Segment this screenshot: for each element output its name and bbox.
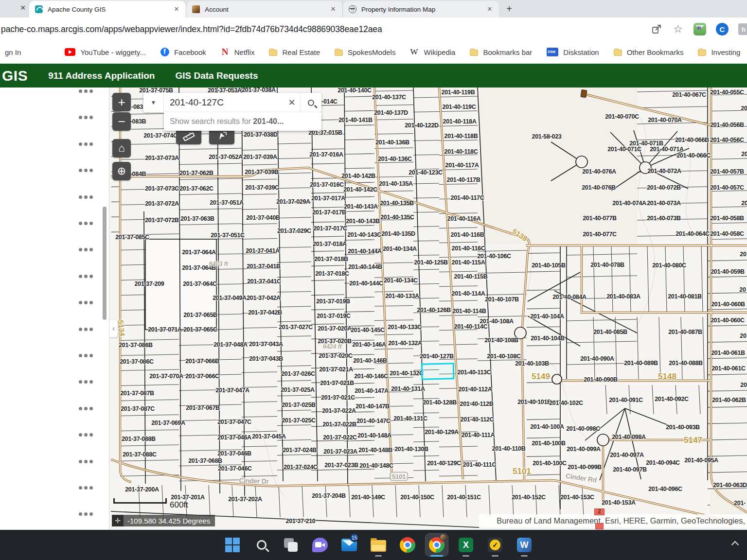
search-source-dropdown[interactable]: ▼ xyxy=(143,93,164,112)
panel-scrollbar[interactable] xyxy=(103,207,107,320)
map-marker-icon[interactable] xyxy=(595,523,604,529)
panel-row-menu-icon[interactable] xyxy=(79,169,93,172)
bookmark-label: Real Estate xyxy=(282,48,320,56)
tab-title: Property Information Map xyxy=(361,6,485,13)
panel-row-menu-icon[interactable] xyxy=(79,89,93,93)
folder-icon xyxy=(698,50,706,56)
bookmark-item[interactable]: YouTube - wiggety... xyxy=(65,48,146,56)
taskbar-chrome-icon[interactable] xyxy=(396,534,419,556)
open-window-indicator xyxy=(430,555,443,557)
panel-row-menu-icon[interactable] xyxy=(79,486,93,490)
home-extent-button[interactable]: ⌂ xyxy=(112,139,131,158)
clipped-tab-close-icon[interactable]: ✕ xyxy=(18,4,27,12)
bookmark-item[interactable]: Facebook xyxy=(160,48,206,56)
bookmark-item[interactable]: Investing xyxy=(698,48,740,56)
panel-row-menu-icon[interactable] xyxy=(79,407,93,410)
tab-title: Apache County GIS xyxy=(48,6,172,13)
folder-icon xyxy=(335,50,343,56)
browser-tab-1[interactable]: Apache County GIS✕ xyxy=(29,1,186,18)
panel-row-menu-icon[interactable] xyxy=(79,116,93,119)
panel-row-menu-icon[interactable] xyxy=(79,222,93,225)
open-window-indicator xyxy=(462,555,469,557)
photo-icon xyxy=(192,5,200,13)
taskbar-search-icon[interactable] xyxy=(250,534,273,556)
arcgis-icon xyxy=(35,5,43,13)
browser-extension-icon[interactable]: C xyxy=(716,23,729,35)
profile-avatar xyxy=(440,534,447,541)
mail-extension-icon[interactable] xyxy=(694,23,706,35)
taskbar-norton-icon[interactable]: ✓ xyxy=(484,534,506,556)
tab-close-icon[interactable]: ✕ xyxy=(172,5,181,14)
menu-gis-data-requests[interactable]: GIS Data Requests xyxy=(175,70,258,81)
attribute-panel xyxy=(0,88,109,530)
panel-row-menu-icon[interactable] xyxy=(79,460,93,463)
bookmark-item[interactable]: Other Bookmarks xyxy=(614,48,684,56)
taskbar-word-icon[interactable]: W xyxy=(513,534,535,556)
taskbar-excel-icon[interactable]: X xyxy=(455,534,477,556)
panel-row-menu-icon[interactable] xyxy=(79,248,93,251)
bookmark-label: SpokesModels xyxy=(348,48,395,56)
tab-close-icon[interactable]: ✕ xyxy=(329,5,338,14)
url-text[interactable]: pache-co.maps.arcgis.com/apps/webappview… xyxy=(1,24,382,35)
panel-row-menu-icon[interactable] xyxy=(79,512,93,516)
taskbar-task-view-icon[interactable] xyxy=(280,534,302,556)
folder-icon xyxy=(614,50,622,56)
coordinate-text: -109.580 34.425 Degrees xyxy=(127,517,210,525)
panel-collapse-button[interactable]: ‹ xyxy=(109,320,118,337)
search-clear-icon[interactable]: ✕ xyxy=(284,97,300,108)
panel-row-menu-icon[interactable] xyxy=(79,380,93,384)
panel-row-menu-icon[interactable] xyxy=(79,328,93,331)
panel-row-menu-icon[interactable] xyxy=(79,301,93,304)
panel-row-menu-icon[interactable] xyxy=(79,275,93,278)
zoom-out-button[interactable]: − xyxy=(112,112,131,131)
browser-tab-3[interactable]: Property Information Map✕ xyxy=(342,1,499,18)
bookmark-label: YouTube - wiggety... xyxy=(80,48,146,56)
panel-row-menu-icon[interactable] xyxy=(79,354,93,357)
selected-parcel-highlight xyxy=(421,363,455,380)
folder-icon xyxy=(269,50,277,56)
search-suggestion[interactable]: Show search results for201-40... xyxy=(164,112,321,131)
menu-911-address-application[interactable]: 911 Address Application xyxy=(48,70,155,81)
bookmark-item[interactable]: Netflix xyxy=(221,48,255,56)
coordinate-widget: ✛ -109.580 34.425 Degrees xyxy=(112,515,215,526)
folder-icon xyxy=(470,50,478,56)
my-location-button[interactable]: ⊕ xyxy=(112,162,131,180)
taskbar-chrome-active-icon[interactable] xyxy=(426,534,448,556)
crosshair-icon[interactable]: ✛ xyxy=(112,515,124,526)
bookmark-item[interactable]: SpokesModels xyxy=(335,48,395,56)
bookmark-star-icon[interactable]: ☆ xyxy=(672,23,684,35)
taskbar-explorer-icon[interactable] xyxy=(367,534,390,556)
facebook-icon xyxy=(160,48,169,56)
bookmark-item[interactable]: Real Estate xyxy=(269,48,320,56)
panel-row-menu-icon[interactable] xyxy=(79,195,93,199)
bookmark-item[interactable]: Bookmarks bar xyxy=(470,48,532,56)
windows-taskbar: 15X✓W xyxy=(0,530,747,560)
bookmark-label: Bookmarks bar xyxy=(483,48,532,56)
panel-row-menu-icon[interactable] xyxy=(79,142,93,146)
bookmark-item[interactable]: Diskstation xyxy=(547,48,599,56)
taskbar-chat-icon[interactable] xyxy=(309,534,331,556)
map-marker-icon[interactable]: Z xyxy=(594,508,605,515)
clipped-extension-icon[interactable]: h xyxy=(738,23,747,35)
bookmark-item[interactable]: gn In xyxy=(0,48,21,56)
map-canvas[interactable]: 201-37-075B201-37-053A201-37-038A201-40-… xyxy=(109,88,747,530)
scale-label: 600ft xyxy=(170,500,188,510)
globe-icon xyxy=(349,5,356,13)
browser-tab-2[interactable]: Account✕ xyxy=(186,1,342,18)
search-input[interactable] xyxy=(164,97,284,108)
netflix-icon xyxy=(221,48,230,56)
taskbar-mail-icon[interactable]: 15 xyxy=(338,534,360,556)
bookmark-item[interactable]: Wikipedia xyxy=(410,48,455,56)
taskbar-overflow-chevron-icon[interactable] xyxy=(732,541,738,546)
bookmark-label: gn In xyxy=(5,48,21,56)
taskbar-start-icon[interactable] xyxy=(221,534,244,556)
mail-badge: 15 xyxy=(350,533,359,542)
tab-close-icon[interactable]: ✕ xyxy=(485,5,494,14)
panel-row-menu-icon[interactable] xyxy=(79,433,93,437)
search-submit-button[interactable] xyxy=(300,93,321,112)
open-window-indicator xyxy=(375,555,382,557)
diskstation-icon xyxy=(547,48,558,56)
new-tab-button[interactable]: + xyxy=(503,3,516,16)
share-icon[interactable] xyxy=(651,23,662,35)
zoom-in-button[interactable]: + xyxy=(112,93,131,111)
